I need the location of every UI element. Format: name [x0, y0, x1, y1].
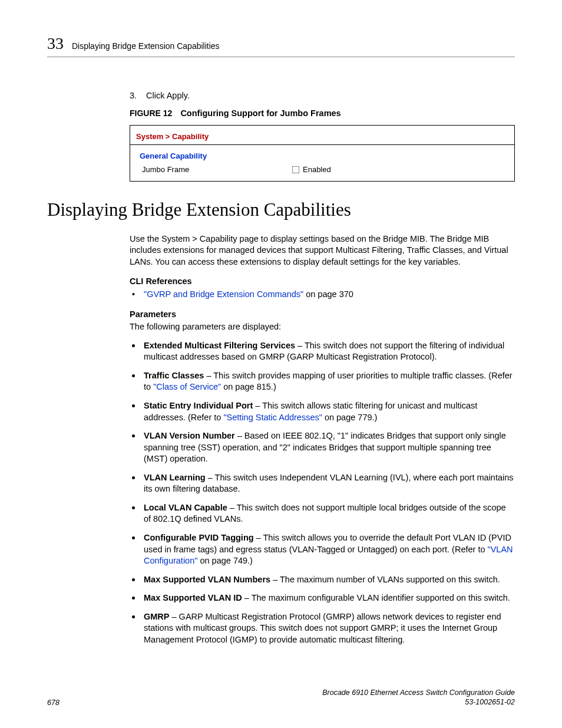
parameter-item: VLAN Version Number – Based on IEEE 802.… [130, 430, 515, 465]
header-title: Displaying Bridge Extension Capabilities [72, 41, 220, 51]
footer-doc-title: Brocade 6910 Ethernet Access Switch Conf… [322, 689, 515, 697]
page-header: 33 Displaying Bridge Extension Capabilit… [47, 34, 515, 57]
parameter-item: Max Supported VLAN Numbers – The maximum… [130, 574, 515, 586]
parameter-text-tail: on page 815.) [221, 382, 276, 391]
parameter-item: Max Supported VLAN ID – The maximum conf… [130, 592, 515, 604]
screenshot-check-label: Enabled [303, 164, 331, 175]
cli-reference-link[interactable]: "GVRP and Bridge Extension Commands" [144, 289, 303, 299]
screenshot-section-title: General Capability [140, 151, 508, 162]
cli-references-heading: CLI References [130, 276, 515, 288]
parameter-item: Traffic Classes – This switch provides m… [130, 370, 515, 393]
step-number: 3. [130, 90, 137, 102]
parameter-item: Configurable PVID Tagging – This switch … [130, 532, 515, 567]
parameter-item: Static Entry Individual Port – This swit… [130, 400, 515, 423]
parameter-name: Extended Multicast Filtering Services [144, 341, 295, 350]
parameters-heading: Parameters [130, 309, 515, 321]
parameter-item: Extended Multicast Filtering Services – … [130, 340, 515, 363]
parameter-name: VLAN Learning [144, 473, 206, 482]
section-heading: Displaying Bridge Extension Capabilities [47, 199, 515, 220]
parameter-text: – GARP Multicast Registration Protocol (… [144, 612, 501, 644]
figure-label: FIGURE 12 [130, 108, 172, 118]
parameter-link[interactable]: "Class of Service" [153, 382, 221, 391]
figure-caption-row: FIGURE 12 Configuring Support for Jumbo … [130, 108, 515, 120]
parameter-name: Configurable PVID Tagging [144, 533, 254, 542]
parameter-text-tail: on page 779.) [322, 413, 378, 422]
intro-paragraph: Use the System > Capability page to disp… [130, 233, 515, 268]
parameter-name: Max Supported VLAN ID [144, 593, 242, 602]
parameters-list: Extended Multicast Filtering Services – … [130, 340, 515, 646]
cli-reference-tail: on page 370 [303, 289, 353, 299]
parameter-item: GMRP – GARP Multicast Registration Proto… [130, 611, 515, 646]
footer-page-number: 678 [47, 699, 59, 707]
parameters-intro: The following parameters are displayed: [130, 321, 515, 333]
chapter-number: 33 [47, 34, 64, 53]
step-item: 3. Click Apply. [130, 90, 515, 102]
figure-caption: Configuring Support for Jumbo Frames [180, 108, 340, 118]
parameter-text: – The maximum number of VLANs supported … [270, 575, 500, 584]
cli-reference-item: "GVRP and Bridge Extension Commands" on … [130, 289, 515, 301]
footer-doc-id: 53-1002651-02 [465, 698, 515, 706]
parameter-item: Local VLAN Capable – This switch does no… [130, 502, 515, 525]
parameter-name: Traffic Classes [144, 371, 204, 380]
parameter-name: Max Supported VLAN Numbers [144, 575, 270, 584]
parameter-text: – The maximum configurable VLAN identifi… [242, 593, 510, 602]
parameter-name: Local VLAN Capable [144, 503, 227, 512]
parameter-link[interactable]: "Setting Static Addresses" [223, 413, 322, 422]
parameter-item: VLAN Learning – This switch uses Indepen… [130, 472, 515, 495]
figure-screenshot: System > Capability General Capability J… [130, 125, 515, 182]
screenshot-breadcrumb: System > Capability [130, 126, 514, 145]
parameter-name: Static Entry Individual Port [144, 401, 253, 410]
parameter-text-tail: on page 749.) [197, 556, 253, 565]
parameter-name: GMRP [144, 612, 170, 621]
step-text: Click Apply. [146, 90, 190, 102]
jumbo-frame-checkbox[interactable] [292, 166, 299, 173]
screenshot-field-label: Jumbo Frame [140, 164, 292, 175]
page-footer: 678 Brocade 6910 Ethernet Access Switch … [47, 688, 515, 707]
parameter-name: VLAN Version Number [144, 431, 235, 440]
